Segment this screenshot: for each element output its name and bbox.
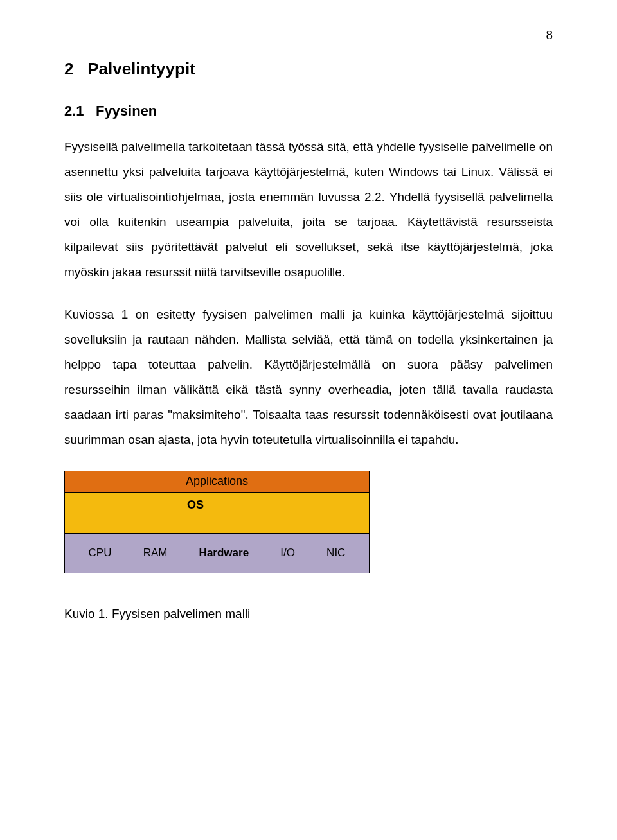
heading-section-number: 2.1 xyxy=(64,103,84,119)
heading-section: 2.1 Fyysinen xyxy=(64,100,553,122)
diagram-hw-io: I/O xyxy=(280,545,295,561)
diagram-hw-ram: RAM xyxy=(143,545,168,561)
figure-caption: Kuvio 1. Fyysisen palvelimen malli xyxy=(64,604,553,623)
paragraph-2: Kuviossa 1 on esitetty fyysisen palvelim… xyxy=(64,302,553,453)
diagram-hw-hardware: Hardware xyxy=(199,545,249,561)
heading-chapter-number: 2 xyxy=(64,59,73,78)
diagram-hw-cpu: CPU xyxy=(89,545,112,561)
paragraph-1: Fyysisellä palvelimella tarkoitetaan täs… xyxy=(64,135,553,285)
diagram-row-os: OS xyxy=(64,493,370,534)
heading-section-text: Fyysinen xyxy=(96,103,157,119)
diagram-applications-label: Applications xyxy=(186,473,248,491)
page-number: 8 xyxy=(64,26,553,44)
heading-chapter-text: Palvelintyypit xyxy=(87,59,195,78)
diagram-row-hardware: CPU RAM Hardware I/O NIC xyxy=(64,534,370,573)
diagram-hardware-labels: CPU RAM Hardware I/O NIC xyxy=(65,545,369,561)
heading-chapter: 2 Palvelintyypit xyxy=(64,56,553,82)
diagram-os-label: OS xyxy=(187,496,204,514)
diagram-row-applications: Applications xyxy=(64,471,370,493)
server-model-diagram: Applications OS CPU RAM Hardware I/O NIC xyxy=(64,471,370,573)
diagram-hw-nic: NIC xyxy=(326,545,345,561)
